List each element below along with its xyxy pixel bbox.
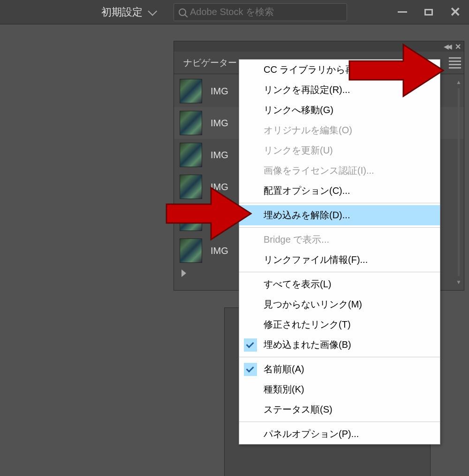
- maximize-button[interactable]: [422, 6, 435, 19]
- link-name: IMG: [211, 246, 228, 256]
- search-icon: [179, 8, 186, 16]
- tab-navigator[interactable]: ナビゲーター: [181, 53, 240, 73]
- menu-separator: [239, 203, 440, 203]
- check-icon: [244, 363, 257, 376]
- menu-item-update-link: リンクを更新(U): [239, 140, 440, 161]
- menu-item-sort-type[interactable]: 種類別(K): [239, 379, 440, 399]
- menu-item-license-image: 画像をライセンス認証(I)...: [239, 161, 440, 181]
- scroll-up-icon[interactable]: ▲: [456, 79, 461, 85]
- menu-item-modified-links[interactable]: 修正されたリンク(T): [239, 315, 440, 335]
- workspace-switcher[interactable]: 初期設定: [101, 5, 155, 19]
- link-name: IMG: [211, 150, 228, 161]
- search-input[interactable]: [190, 7, 342, 17]
- workspace-label: 初期設定: [101, 5, 143, 19]
- link-thumbnail: [180, 111, 202, 135]
- close-button[interactable]: ✕: [448, 6, 461, 19]
- menu-separator: [239, 227, 440, 228]
- menu-item-missing-links[interactable]: 見つからないリンク(M): [239, 294, 440, 315]
- link-name: IMG: [211, 118, 228, 129]
- menu-item-link-file-info[interactable]: リンクファイル情報(F)...: [239, 250, 440, 270]
- scroll-track[interactable]: [458, 88, 460, 276]
- menu-item-unembed[interactable]: 埋め込みを解除(D)...: [239, 205, 440, 225]
- menu-item-embedded-images[interactable]: 埋め込まれた画像(B): [239, 335, 440, 355]
- menu-item-sort-status[interactable]: ステータス順(S): [239, 399, 440, 420]
- top-bar: 初期設定 ✕: [0, 0, 469, 24]
- minimize-button[interactable]: [396, 6, 409, 19]
- link-thumbnail: [180, 143, 202, 167]
- search-box[interactable]: [174, 3, 347, 21]
- link-name: IMG: [211, 86, 228, 97]
- scroll-down-icon[interactable]: ▼: [456, 279, 461, 285]
- annotation-arrow-right: [164, 183, 253, 244]
- annotation-arrow-right: [347, 40, 446, 101]
- link-thumbnail: [180, 79, 202, 103]
- scrollbar[interactable]: ▲ ▼: [454, 79, 463, 285]
- menu-item-goto-link[interactable]: リンクへ移動(G): [239, 100, 440, 120]
- menu-item-placement-options[interactable]: 配置オプション(C)...: [239, 181, 440, 201]
- menu-item-sort-name[interactable]: 名前順(A): [239, 359, 440, 379]
- menu-item-show-all[interactable]: すべてを表示(L): [239, 274, 440, 294]
- window-controls: ✕: [396, 6, 461, 19]
- panel-close-icon[interactable]: ✕: [455, 42, 461, 51]
- menu-separator: [239, 422, 440, 422]
- menu-separator: [239, 272, 440, 272]
- panel-menu-icon[interactable]: [449, 55, 461, 70]
- context-menu: CC ライブラリから再リ リンクを再設定(R)... リンクへ移動(G) オリジ…: [239, 59, 440, 445]
- check-icon: [244, 338, 257, 352]
- chevron-down-icon: [148, 6, 157, 15]
- menu-separator: [239, 357, 440, 357]
- menu-item-reveal-bridge: Bridge で表示...: [239, 230, 440, 250]
- menu-item-panel-options[interactable]: パネルオプション(P)...: [239, 424, 440, 444]
- menu-item-edit-original: オリジナルを編集(O): [239, 120, 440, 140]
